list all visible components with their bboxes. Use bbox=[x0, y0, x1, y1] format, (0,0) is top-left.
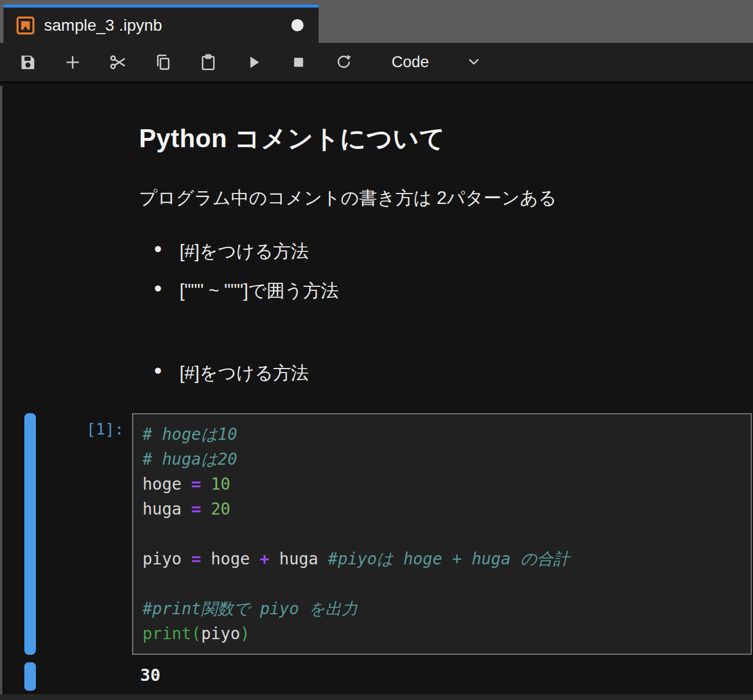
bullet-item: [#]をつける方法 bbox=[139, 239, 753, 264]
code-token: = bbox=[191, 500, 201, 519]
code-line: piyo = hoge + huga #piyoは hoge + huga の合… bbox=[142, 546, 741, 571]
run-button[interactable] bbox=[243, 52, 263, 72]
save-icon bbox=[19, 53, 36, 71]
markdown-cell-1[interactable]: Python コメントについて プログラム中のコメントの書き方は 2パターンある… bbox=[0, 122, 753, 303]
cell-type-value: Code bbox=[392, 53, 429, 71]
chevron-down-icon bbox=[465, 53, 482, 71]
code-token: = bbox=[191, 549, 201, 568]
code-line: #print関数で piyo を出力 bbox=[142, 596, 741, 621]
copy-icon bbox=[154, 53, 172, 71]
copy-button[interactable] bbox=[153, 52, 173, 72]
insert-cell-button[interactable] bbox=[63, 52, 82, 72]
save-button[interactable] bbox=[17, 52, 37, 72]
tab-title: sample_3 .ipynb bbox=[44, 16, 162, 35]
output-area: 30 bbox=[0, 662, 753, 691]
code-line: # hogeは10 bbox=[142, 422, 741, 447]
code-line: huga = 20 bbox=[142, 497, 741, 522]
cut-button[interactable] bbox=[108, 52, 127, 72]
code-line bbox=[142, 571, 741, 596]
notebook-tab[interactable]: sample_3 .ipynb bbox=[3, 5, 319, 43]
code-cell: [1]: # hogeは10# hugaは20hoge = 10huga = 2… bbox=[0, 413, 753, 655]
md-bullet-list: [#]をつける方法 bbox=[139, 361, 753, 385]
restart-kernel-button[interactable] bbox=[334, 52, 353, 72]
stop-icon bbox=[290, 53, 308, 71]
code-token: ) bbox=[240, 624, 250, 643]
code-token: #piyoは hoge + huga の合計 bbox=[328, 549, 569, 568]
md-paragraph: プログラム中のコメントの書き方は 2パターンある bbox=[139, 186, 753, 210]
code-token: hoge bbox=[201, 549, 259, 568]
markdown-cell-2[interactable]: [#]をつける方法 bbox=[0, 361, 753, 385]
code-token: piyo bbox=[142, 549, 191, 568]
code-token: # hogeは10 bbox=[142, 425, 237, 444]
code-token: 10 bbox=[211, 475, 231, 494]
code-token: # hugaは20 bbox=[142, 450, 237, 469]
code-token: 20 bbox=[211, 500, 231, 519]
notebook-toolbar: Code bbox=[0, 43, 753, 83]
code-token bbox=[201, 500, 211, 519]
clipboard-icon bbox=[199, 53, 217, 71]
notebook-icon bbox=[16, 16, 35, 35]
stop-button[interactable] bbox=[288, 52, 308, 72]
code-editor[interactable]: # hogeは10# hugaは20hoge = 10huga = 20 piy… bbox=[132, 413, 752, 655]
code-token: hoge bbox=[142, 475, 191, 494]
code-token: piyo bbox=[201, 624, 240, 643]
plus-icon bbox=[64, 53, 82, 71]
cell-collapser[interactable] bbox=[24, 413, 36, 655]
code-line: # hugaは20 bbox=[142, 447, 741, 472]
code-token: #print関数で piyo を出力 bbox=[142, 599, 358, 618]
code-token: = bbox=[191, 475, 201, 494]
code-token bbox=[201, 475, 211, 494]
unsaved-changes-dot[interactable] bbox=[291, 19, 304, 31]
execution-count-prompt: [1]: bbox=[36, 413, 132, 655]
notebook-panel: Python コメントについて プログラム中のコメントの書き方は 2パターンある… bbox=[0, 86, 753, 694]
bottom-edge-strip bbox=[0, 694, 753, 700]
left-edge-divider bbox=[0, 86, 2, 694]
bullet-item: [""" ~ """]で囲う方法 bbox=[139, 279, 753, 303]
code-token: ( bbox=[191, 624, 201, 643]
play-icon bbox=[244, 53, 262, 71]
code-token: print bbox=[142, 624, 191, 643]
restart-icon bbox=[335, 53, 353, 71]
tab-bar: sample_3 .ipynb bbox=[0, 0, 753, 43]
cell-type-dropdown[interactable]: Code bbox=[392, 53, 482, 71]
code-token: huga bbox=[142, 500, 191, 519]
code-token: + bbox=[259, 549, 269, 568]
code-token: huga bbox=[269, 549, 328, 568]
output-collapser[interactable] bbox=[24, 662, 36, 691]
scissors-icon bbox=[109, 53, 127, 71]
code-line: print(piyo) bbox=[142, 621, 741, 646]
md-heading: Python コメントについて bbox=[139, 122, 753, 156]
code-line: hoge = 10 bbox=[142, 472, 741, 497]
bullet-item: [#]をつける方法 bbox=[139, 361, 753, 385]
paste-button[interactable] bbox=[198, 52, 218, 72]
code-line bbox=[142, 522, 741, 546]
output-text: 30 bbox=[140, 662, 160, 691]
md-bullet-list: [#]をつける方法 [""" ~ """]で囲う方法 bbox=[139, 239, 753, 303]
